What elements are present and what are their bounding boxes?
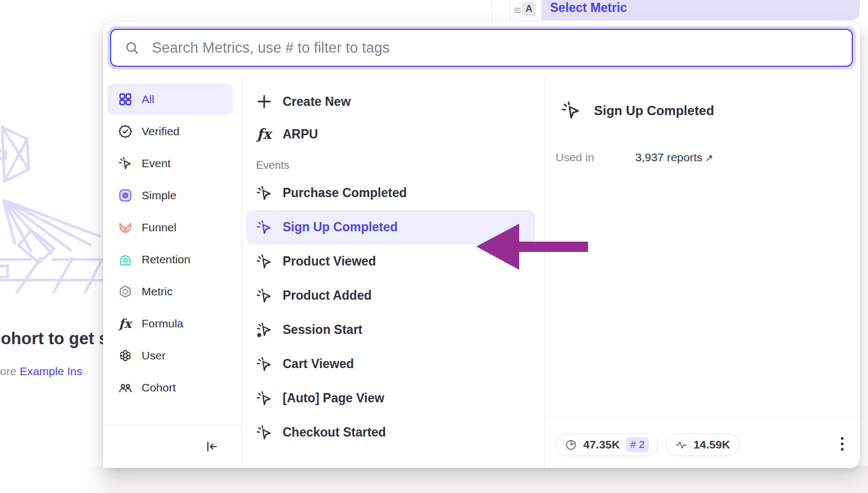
metric-detail-panel: Sign Up Completed Used in 3,937 reports↗… [545, 75, 860, 468]
chip-value: 47.35K [583, 438, 620, 451]
page-bottom-band [81, 466, 868, 493]
select-metric-button[interactable]: Select Metric [541, 0, 860, 20]
cohort-people-icon [118, 381, 132, 395]
event-cursor-icon [256, 219, 272, 236]
sidebar-item-label: Retention [142, 253, 190, 266]
search-input[interactable]: Search Metrics, use # to filter to tags [110, 29, 853, 67]
search-icon [124, 40, 140, 56]
list-item-product-added[interactable]: Product Added [246, 279, 535, 313]
drag-handle-icon[interactable] [512, 5, 523, 16]
list-item-cart-viewed[interactable]: Cart Viewed [246, 347, 535, 381]
activity-pulse-icon [675, 439, 687, 451]
metric-letter-badge: A [522, 2, 536, 16]
sidebar-item-verified[interactable]: Verified [107, 116, 233, 147]
formula-fx-icon [118, 317, 132, 331]
events-section-header: Events [256, 159, 544, 172]
grid-all-icon [118, 92, 132, 106]
background-link-line: ore Example Ins [0, 365, 104, 378]
list-item-arpu[interactable]: ARPU [246, 118, 535, 150]
list-item-label: Product Viewed [283, 254, 376, 269]
more-options-kebab-icon[interactable] [841, 437, 844, 451]
annotation-arrow [473, 222, 589, 271]
event-cursor-icon [561, 100, 581, 121]
sidebar-item-event[interactable]: Event [107, 148, 233, 179]
collapse-sidebar-icon[interactable] [205, 440, 219, 453]
sidebar-item-metric[interactable]: Metric [107, 276, 233, 307]
list-item-label: Session Start [283, 323, 362, 337]
list-item-auto-page-view[interactable]: [Auto] Page View [246, 381, 535, 415]
user-cluster-icon [118, 349, 132, 363]
list-item-label: Cart Viewed [283, 357, 354, 371]
decorative-wireframe-illustration [0, 119, 103, 293]
sidebar-item-simple[interactable]: Simple [107, 180, 233, 211]
query-builder-row: A Select Metric [0, 0, 868, 20]
sidebar-item-label: Simple [142, 189, 176, 202]
event-cursor-icon [118, 156, 132, 170]
sidebar-item-label: Verified [142, 125, 180, 138]
example-insights-link[interactable]: Example Ins [20, 365, 82, 377]
activity-count-chip[interactable]: 14.59K [666, 433, 739, 456]
sidebar-item-label: Cohort [142, 381, 176, 394]
sidebar-item-cohort[interactable]: Cohort [107, 372, 233, 403]
metric-list: Create New ARPU Events Purchase Complete… [242, 75, 545, 468]
list-item-label: Checkout Started [283, 425, 386, 440]
metric-hexagon-icon [118, 285, 132, 299]
chip-value: 14.59K [693, 438, 730, 451]
divider [510, 0, 510, 20]
formula-fx-icon [256, 126, 272, 142]
sidebar-item-label: All [142, 93, 154, 106]
sidebar-item-label: User [142, 349, 165, 362]
list-item-purchase-completed[interactable]: Purchase Completed [246, 176, 535, 210]
sidebar-item-label: Funnel [142, 221, 176, 234]
list-item-session-start[interactable]: Session Start [246, 313, 535, 347]
funnel-icon [118, 220, 132, 235]
sidebar-item-formula[interactable]: Formula [107, 308, 233, 339]
event-cursor-icon [256, 185, 272, 201]
list-item-label: Sign Up Completed [283, 220, 398, 235]
event-star-cursor-icon [256, 322, 272, 338]
select-metric-label: Select Metric [550, 1, 627, 15]
total-count-chip[interactable]: 47.35K # 2 [556, 433, 658, 456]
divider [545, 418, 860, 418]
divider [492, 0, 492, 20]
reports-count: 3,937 reports [635, 151, 703, 163]
verified-badge-icon [118, 124, 132, 138]
used-in-label: Used in [556, 151, 594, 164]
rank-badge: # 2 [626, 437, 649, 452]
retention-icon [118, 252, 132, 267]
link-prefix: ore [0, 365, 20, 377]
list-item-checkout-started[interactable]: Checkout Started [246, 415, 535, 450]
event-cursor-icon [256, 288, 272, 304]
type-filter-sidebar: All Verified Event Simple Funnel Retenti… [103, 75, 242, 468]
create-new-button[interactable]: Create New [246, 85, 535, 118]
sidebar-footer [103, 425, 241, 468]
used-in-reports-link[interactable]: 3,937 reports↗ [635, 151, 713, 164]
pie-chart-icon [565, 439, 577, 451]
search-placeholder: Search Metrics, use # to filter to tags [152, 40, 390, 56]
list-item-label: ARPU [283, 127, 318, 142]
sidebar-item-retention[interactable]: Retention [107, 244, 233, 275]
search-focus-ring: Search Metrics, use # to filter to tags [107, 26, 856, 69]
create-new-label: Create New [283, 94, 350, 109]
sidebar-item-label: Formula [142, 317, 183, 330]
plus-icon [256, 93, 272, 110]
list-item-label: Product Added [283, 288, 372, 303]
event-cursor-icon [256, 425, 272, 441]
background-headline: Cohort to get s [0, 329, 105, 349]
event-cursor-icon [256, 356, 272, 372]
external-link-icon: ↗ [705, 153, 713, 163]
sidebar-item-funnel[interactable]: Funnel [107, 212, 233, 243]
sidebar-item-all[interactable]: All [107, 84, 233, 115]
sidebar-item-label: Event [142, 157, 171, 170]
sidebar-item-label: Metric [142, 285, 173, 298]
list-item-label: [Auto] Page View [283, 391, 384, 406]
sidebar-item-user[interactable]: User [107, 340, 233, 371]
simple-metric-icon [118, 188, 132, 203]
detail-title: Sign Up Completed [594, 103, 714, 118]
event-cursor-icon [256, 390, 272, 407]
list-item-label: Purchase Completed [283, 186, 407, 200]
event-cursor-icon [256, 254, 272, 270]
